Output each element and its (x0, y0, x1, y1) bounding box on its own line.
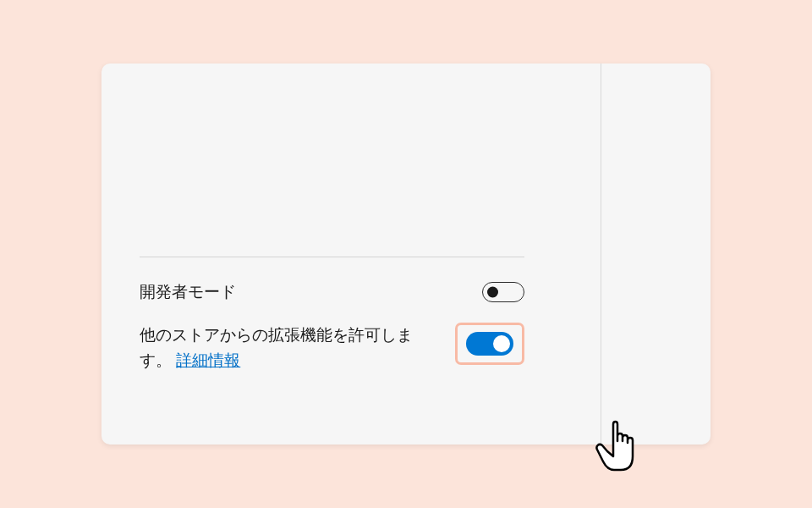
toggle-highlight-box (455, 323, 524, 365)
vertical-divider (601, 64, 601, 444)
developer-mode-row: 開発者モード (140, 279, 524, 304)
toggle-knob (493, 335, 510, 352)
developer-mode-label: 開発者モード (140, 279, 236, 304)
section-divider (140, 257, 524, 257)
settings-panel: 開発者モード 他のストアからの拡張機能を許可します。 詳細情報 (102, 64, 710, 444)
allow-other-stores-row: 他のストアからの拡張機能を許可します。 詳細情報 (140, 323, 524, 373)
settings-content: 開発者モード 他のストアからの拡張機能を許可します。 詳細情報 (140, 257, 660, 373)
toggle-knob (487, 286, 498, 297)
more-info-link[interactable]: 詳細情報 (176, 351, 240, 369)
developer-mode-toggle[interactable] (482, 282, 524, 302)
allow-other-stores-toggle[interactable] (466, 332, 513, 356)
allow-other-stores-label: 他のストアからの拡張機能を許可します。 詳細情報 (140, 323, 427, 373)
